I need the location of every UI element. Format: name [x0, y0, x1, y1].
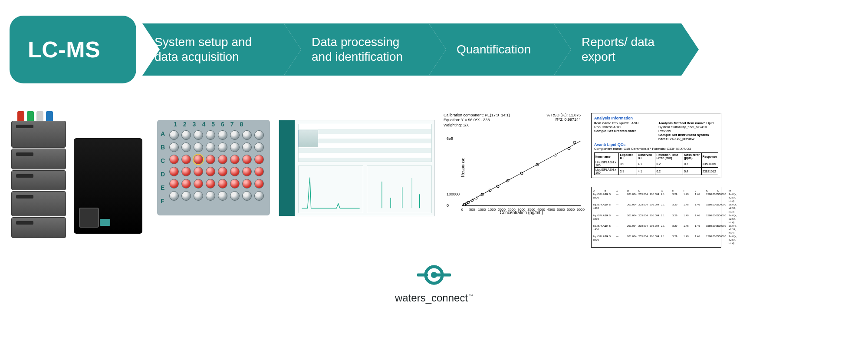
well — [254, 179, 264, 189]
step-label: System setup and data acquisition — [155, 35, 267, 64]
well — [218, 142, 227, 152]
field-label: Analysis Method Item name: — [658, 121, 705, 125]
xls-col: J — [695, 189, 704, 192]
col-label: 7 — [230, 121, 234, 128]
xls-cell: 1.46 — [695, 214, 704, 224]
lc-module — [11, 217, 66, 238]
xls-cell: 201.004 — [627, 192, 637, 203]
well — [169, 130, 179, 140]
lcms-badge: LC-MS — [10, 16, 136, 83]
x-tick: 2500 — [508, 208, 516, 212]
well — [254, 130, 264, 140]
step-acquisition: System setup and data acquisition — [142, 23, 284, 76]
illustration-row: 12345678 ABCDEF Calibration component: P… — [10, 99, 858, 243]
xls-cell: 2.1 — [661, 224, 671, 235]
logo-icon — [417, 261, 451, 289]
xls-cell: 1580.0000 — [706, 203, 716, 213]
well — [169, 179, 179, 189]
col-label: 2 — [183, 121, 187, 128]
xls-cell: 1.4 B — [605, 235, 614, 245]
x-tick: 4500 — [547, 208, 555, 212]
col-label: 1 — [174, 121, 177, 128]
y-tick: 6e5 — [447, 136, 453, 141]
instrument-photo — [10, 99, 148, 243]
well — [254, 142, 264, 152]
xls-cell: — — [616, 192, 625, 203]
xls-col: C — [616, 189, 625, 192]
calibration-chart: Calibration component: PE(17:0_14:1) Equ… — [444, 113, 582, 217]
well — [194, 142, 203, 152]
well — [230, 130, 240, 140]
table-row: LiquiSPLASH x 1003.94.10.20.423821612 — [595, 168, 718, 175]
xls-cell: 206.004 — [650, 224, 659, 235]
well — [206, 167, 215, 176]
xls-cell: 1.46 — [695, 192, 704, 203]
chart-title-line: Weighting: 1/X — [444, 123, 510, 128]
step-label: Quantification — [457, 42, 531, 57]
xls-col: E — [638, 189, 648, 192]
field-value: VG410_preview — [670, 137, 694, 141]
xls-cell: 500000 — [717, 224, 727, 235]
xls-cell: 1.48 — [684, 214, 693, 224]
cell: 3.9 — [619, 160, 637, 168]
xls-cell: 2a:0(a, e2.54, hit.4) — [729, 214, 738, 224]
cell: 0.7 — [683, 160, 701, 168]
well — [254, 167, 264, 176]
cell: 0.2 — [655, 160, 683, 168]
xls-cell: 500000 — [717, 192, 727, 203]
well — [230, 167, 240, 176]
x-tick: 3500 — [527, 208, 535, 212]
cell: 4.1 — [637, 160, 655, 168]
well — [242, 167, 252, 176]
xls-cell: 2.1 — [661, 235, 671, 245]
col-label: 5 — [211, 121, 215, 128]
xls-cell: liquiSPLASH x400 — [593, 224, 603, 235]
xls-cell: liquiSPLASH x400 — [593, 203, 603, 213]
cell: 3.9 — [619, 168, 637, 175]
well-plate: 12345678 ABCDEF — [157, 120, 270, 215]
well — [218, 167, 227, 176]
xls-cell: liquiSPLASH x400 — [593, 192, 603, 203]
cell: LiquiSPLASH x 100 — [595, 160, 619, 168]
xls-cell: 201.004 — [627, 235, 637, 245]
step-label: Data processing and identification — [312, 35, 418, 64]
xls-cell: 500000 — [717, 214, 727, 224]
well — [169, 167, 179, 176]
xls-cell: 1.48 — [684, 203, 693, 213]
well — [181, 155, 191, 164]
xls-cell: 1580.0000 — [706, 192, 716, 203]
cell: 23821612 — [701, 168, 718, 175]
lc-module — [11, 121, 66, 148]
xls-row: liquiSPLASH x4001.4 B—201.004203.004206.… — [593, 235, 719, 245]
well — [181, 167, 191, 176]
well — [181, 179, 191, 189]
well — [169, 191, 179, 201]
step-label: Reports/ data export — [582, 35, 671, 64]
well — [242, 142, 252, 152]
well — [181, 130, 191, 140]
well — [218, 155, 227, 164]
xls-cell: 1.4 B — [605, 203, 614, 213]
xls-cell: 3.29 — [672, 203, 682, 213]
xls-cell: 1580.0000 — [706, 235, 716, 245]
y-tick: 0 — [447, 203, 449, 208]
xls-col: B — [605, 189, 614, 192]
xls-cell: 203.004 — [638, 192, 648, 203]
chromatogram-pane — [298, 165, 363, 213]
xls-cell: 2a:0(a, e2.54, hit.4) — [729, 192, 738, 203]
lc-module — [11, 170, 66, 190]
lc-module — [11, 149, 66, 169]
logo-text: waters_connect — [395, 292, 473, 304]
component-line: Component name: C15 Ceramide-d7 Formula:… — [594, 147, 718, 151]
row-label: C — [161, 157, 165, 164]
r2-label: R^2: 0.997144 — [546, 117, 581, 122]
well — [206, 142, 215, 152]
row-label: B — [161, 144, 165, 151]
well — [230, 191, 240, 201]
well — [230, 155, 240, 164]
xls-cell: 201.004 — [627, 224, 637, 235]
xls-cell: — — [616, 224, 625, 235]
xls-cell: 203.004 — [638, 203, 648, 213]
xls-cell: 3.29 — [672, 224, 682, 235]
row-label: A — [161, 130, 165, 137]
